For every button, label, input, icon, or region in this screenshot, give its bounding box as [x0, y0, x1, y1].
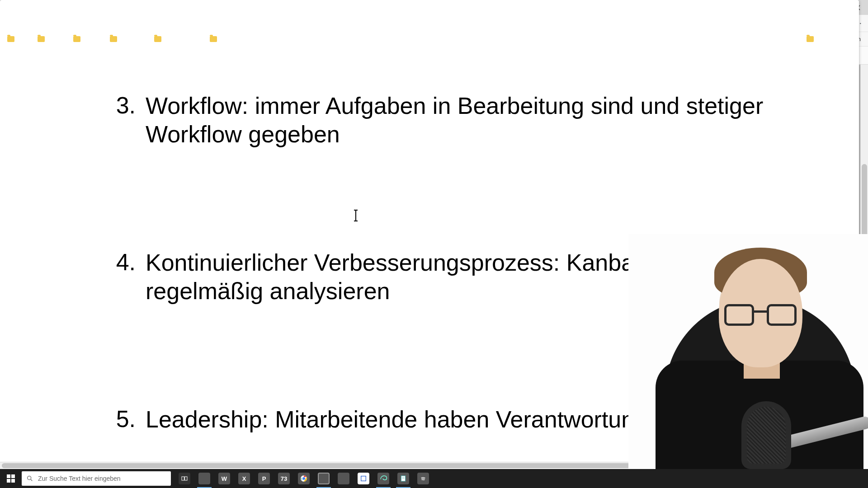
- svg-rect-39: [182, 477, 184, 480]
- svg-rect-40: [185, 477, 187, 480]
- webcam-overlay: [628, 234, 868, 469]
- excel-icon: X: [238, 473, 250, 484]
- list-number: 4.: [111, 249, 136, 306]
- word-icon: W: [218, 473, 230, 484]
- folder-icon: [807, 36, 814, 42]
- windows-taskbar: Zur Suche Text hier eingeben W X P 73: [0, 469, 868, 488]
- task-excel[interactable]: X: [234, 469, 254, 488]
- task-weather[interactable]: 73: [274, 469, 294, 488]
- svg-point-37: [28, 476, 31, 480]
- folder-icon: [73, 36, 80, 42]
- folder-icon: [38, 36, 45, 42]
- windows-logo-icon: [7, 474, 15, 483]
- task-obs[interactable]: [314, 469, 334, 488]
- weather-icon: 73: [278, 473, 290, 484]
- app-icon: [338, 473, 349, 484]
- svg-line-38: [31, 479, 32, 481]
- powerpoint-icon: P: [258, 473, 270, 484]
- folder-icon: [154, 36, 161, 42]
- svg-rect-43: [361, 476, 366, 481]
- task-edge[interactable]: [373, 469, 393, 488]
- notepad-icon: [397, 473, 409, 484]
- bookmarks-bar: Produktsuche - Mer… Blog Später Lernen K…: [0, 32, 868, 47]
- taskview-button[interactable]: [175, 469, 194, 488]
- task-notepad[interactable]: [393, 469, 413, 488]
- start-button[interactable]: [0, 469, 22, 488]
- folder-icon: [110, 36, 117, 42]
- task-powerpoint[interactable]: P: [254, 469, 274, 488]
- text-cursor-icon: [355, 210, 356, 221]
- task-word[interactable]: W: [214, 469, 234, 488]
- edge-icon: [377, 473, 389, 484]
- svg-point-19: [860, 23, 861, 23]
- list-item: 3. Workflow: immer Aufgaben in Bearbeitu…: [111, 92, 805, 149]
- spotify-icon: [417, 473, 429, 484]
- taskbar-search[interactable]: Zur Suche Text hier eingeben: [22, 471, 171, 486]
- obs-icon: [318, 473, 330, 484]
- task-app-2[interactable]: [354, 469, 373, 488]
- task-explorer[interactable]: [194, 469, 214, 488]
- list-number: 3.: [111, 92, 136, 149]
- task-chrome[interactable]: [294, 469, 314, 488]
- list-text: Workflow: immer Aufgaben in Bearbeitung …: [146, 92, 805, 149]
- chrome-icon: [298, 473, 310, 484]
- list-number: 5.: [111, 405, 136, 434]
- file-explorer-icon: [198, 473, 210, 484]
- svg-point-42: [302, 477, 305, 480]
- task-app-1[interactable]: [334, 469, 354, 488]
- task-spotify[interactable]: [413, 469, 433, 488]
- folder-icon: [210, 36, 217, 42]
- app-icon: [358, 473, 369, 484]
- folder-icon: [7, 36, 14, 42]
- taskbar-apps: W X P 73: [175, 469, 433, 488]
- list-text: Leadership: Mitarbeitende haben Verantwo…: [146, 405, 695, 434]
- search-icon: [26, 475, 33, 482]
- taskbar-search-placeholder: Zur Suche Text hier eingeben: [38, 475, 121, 482]
